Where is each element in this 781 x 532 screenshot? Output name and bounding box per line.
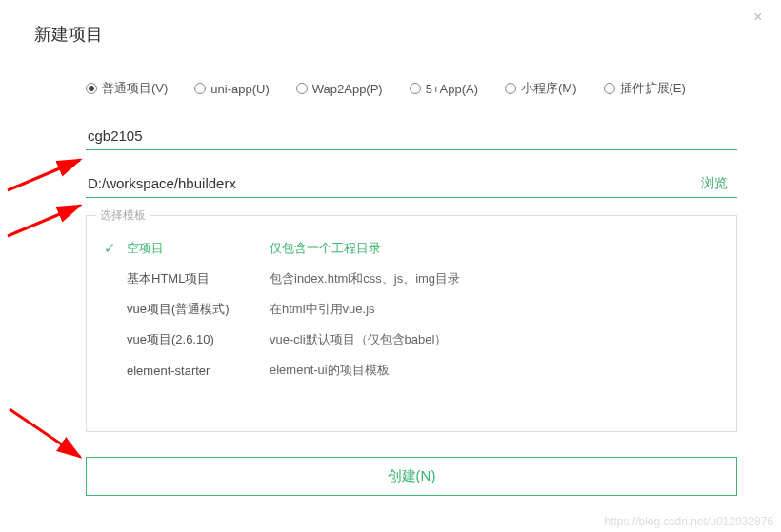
project-path-row: 浏览 xyxy=(86,169,737,198)
radio-icon xyxy=(604,83,615,94)
template-legend: 选择模板 xyxy=(96,207,150,224)
template-item-element-starter[interactable]: element-starter element-ui的项目模板 xyxy=(100,355,723,385)
radio-label: 插件扩展(E) xyxy=(620,80,686,97)
template-item-vue-normal[interactable]: vue项目(普通模式) 在html中引用vue.js xyxy=(100,294,723,325)
template-desc: vue-cli默认项目（仅包含babel） xyxy=(270,331,447,348)
create-button[interactable]: 创建(N) xyxy=(86,457,737,496)
project-type-radios: 普通项目(V) uni-app(U) Wap2App(P) 5+App(A) 小… xyxy=(86,80,747,97)
project-name-input[interactable] xyxy=(86,122,737,150)
radio-normal-project[interactable]: 普通项目(V) xyxy=(86,80,168,97)
radio-icon xyxy=(86,83,97,94)
template-desc: 在html中引用vue.js xyxy=(270,301,375,318)
radio-label: Wap2App(P) xyxy=(312,82,383,96)
browse-button[interactable]: 浏览 xyxy=(695,171,733,196)
template-selector: 选择模板 ✓ 空项目 仅包含一个工程目录 基本HTML项目 包含index.ht… xyxy=(86,215,737,432)
template-name: vue项目(2.6.10) xyxy=(127,331,270,348)
template-item-vue-2610[interactable]: vue项目(2.6.10) vue-cli默认项目（仅包含babel） xyxy=(100,325,723,355)
radio-icon xyxy=(296,83,308,94)
template-name: 空项目 xyxy=(127,240,270,257)
template-item-basic-html[interactable]: 基本HTML项目 包含index.html和css、js、img目录 xyxy=(100,264,723,294)
radio-label: 普通项目(V) xyxy=(102,80,168,97)
template-name: vue项目(普通模式) xyxy=(127,301,270,318)
template-name: element-starter xyxy=(127,364,270,378)
project-path-input[interactable] xyxy=(86,169,695,197)
radio-icon xyxy=(194,83,206,94)
template-name: 基本HTML项目 xyxy=(127,270,270,287)
radio-label: uni-app(U) xyxy=(210,82,269,96)
close-icon[interactable]: × xyxy=(749,8,768,27)
radio-label: 5+App(A) xyxy=(426,82,478,96)
template-desc: element-ui的项目模板 xyxy=(270,362,390,379)
radio-plugin-ext[interactable]: 插件扩展(E) xyxy=(604,80,686,97)
radio-icon xyxy=(410,83,421,94)
radio-5plus-app[interactable]: 5+App(A) xyxy=(410,80,478,97)
radio-uni-app[interactable]: uni-app(U) xyxy=(194,80,269,97)
radio-wap2app[interactable]: Wap2App(P) xyxy=(296,80,383,97)
radio-label: 小程序(M) xyxy=(521,80,577,97)
new-project-dialog: × 新建项目 普通项目(V) uni-app(U) Wap2App(P) 5+A… xyxy=(0,0,781,522)
template-item-empty[interactable]: ✓ 空项目 仅包含一个工程目录 xyxy=(100,233,723,264)
dialog-title: 新建项目 xyxy=(34,23,747,46)
project-name-row xyxy=(86,122,737,150)
template-desc: 包含index.html和css、js、img目录 xyxy=(270,270,460,287)
watermark: https://blog.csdn.net/u012932876 xyxy=(605,515,773,528)
template-desc: 仅包含一个工程目录 xyxy=(270,240,381,257)
check-icon: ✓ xyxy=(104,240,127,257)
radio-icon xyxy=(505,83,516,94)
radio-miniprogram[interactable]: 小程序(M) xyxy=(505,80,577,97)
